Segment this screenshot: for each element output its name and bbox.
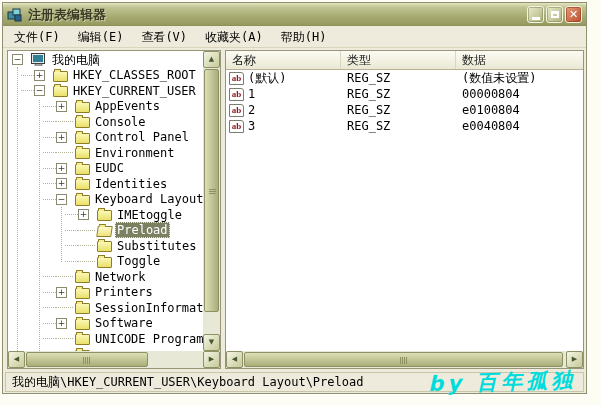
tree-vertical-scrollbar[interactable]: ▲ ▼: [203, 51, 220, 351]
values-list-pane: 名称类型数据 ab (默认) REG_SZ (数值未设置) ab 1 REG_S…: [225, 50, 584, 369]
tree-item-label[interactable]: Preload: [115, 222, 170, 238]
tree-item-label[interactable]: Identities: [93, 177, 169, 191]
expand-toggle-icon[interactable]: +: [56, 163, 67, 174]
collapse-toggle-icon[interactable]: −: [56, 194, 67, 205]
tree-item-label[interactable]: Environment: [93, 146, 176, 160]
value-type: REG_SZ: [341, 103, 456, 117]
column-header[interactable]: 类型: [341, 51, 456, 69]
tree-item-label[interactable]: AppEvents: [93, 99, 162, 113]
registry-value-row[interactable]: ab 3 REG_SZ e0040804: [226, 118, 583, 134]
tree-item-label[interactable]: 我的电脑: [50, 53, 102, 67]
tree-connector: [56, 114, 73, 130]
tree-item-label[interactable]: UNICODE Program Gro: [93, 332, 203, 346]
minimize-icon: [532, 17, 540, 20]
tree-connector: +: [78, 207, 95, 223]
folder-icon: [53, 86, 68, 97]
list-rows: ab (默认) REG_SZ (数值未设置) ab 1 REG_SZ 00000…: [226, 70, 583, 351]
folder-icon: [75, 288, 90, 299]
maximize-icon: [551, 11, 559, 18]
horizontal-scroll-thumb[interactable]: [26, 352, 148, 367]
tree-item[interactable]: + HKEY_CLASSES_ROOT: [8, 68, 203, 84]
tree-item-label[interactable]: Keyboard Layout: [93, 192, 203, 206]
expand-toggle-icon[interactable]: +: [56, 287, 67, 298]
title-bar[interactable]: 注册表编辑器 ✕: [3, 3, 586, 26]
column-header[interactable]: 数据: [456, 51, 583, 69]
tree-item[interactable]: Preload: [8, 223, 203, 239]
maximize-button[interactable]: [546, 6, 563, 23]
tree-item[interactable]: + Software: [8, 316, 203, 332]
tree-item[interactable]: Environment: [8, 145, 203, 161]
tree-horizontal-scrollbar[interactable]: ◀ ▶: [8, 351, 220, 368]
tree-item[interactable]: + Identities: [8, 176, 203, 192]
value-name: 3: [248, 119, 255, 133]
list-horizontal-scrollbar[interactable]: ◀ ▶: [226, 351, 583, 368]
folder-icon: [75, 164, 90, 175]
tree-item[interactable]: − 我的电脑: [8, 52, 203, 68]
expand-toggle-icon[interactable]: +: [56, 132, 67, 143]
tree-item-label[interactable]: Toggle: [115, 254, 162, 268]
menu-item[interactable]: 收藏夹(A): [196, 27, 272, 47]
tree-item[interactable]: UNICODE Program Gro: [8, 331, 203, 347]
close-button[interactable]: ✕: [565, 6, 582, 23]
tree-item[interactable]: + AppEvents: [8, 99, 203, 115]
expand-toggle-icon[interactable]: +: [56, 178, 67, 189]
value-name: (默认): [248, 70, 286, 87]
tree-item[interactable]: SessionInformation: [8, 300, 203, 316]
value-data: 00000804: [456, 87, 583, 101]
menu-item[interactable]: 文件(F): [5, 27, 69, 47]
tree-item[interactable]: Toggle: [8, 254, 203, 270]
string-value-icon: ab: [229, 120, 244, 133]
expand-toggle-icon[interactable]: +: [78, 209, 89, 220]
scroll-down-button[interactable]: ▼: [203, 334, 220, 351]
tree-item-label[interactable]: IMEtoggle: [115, 208, 184, 222]
menu-item[interactable]: 编辑(E): [69, 27, 133, 47]
tree-item-label[interactable]: SessionInformation: [93, 301, 203, 315]
expand-toggle-icon[interactable]: +: [56, 318, 67, 329]
tree-connector-line: [78, 261, 95, 262]
torn-paper-effect: 注册表编辑器 ✕ 文件(F)编辑(E)查看(V)收藏夹(A)帮助(H) −: [0, 0, 601, 405]
expand-toggle-icon[interactable]: +: [34, 70, 45, 81]
folder-icon: [75, 179, 90, 190]
tree-connector: +: [56, 285, 73, 301]
tree-item-label[interactable]: Network: [93, 270, 148, 284]
tree-connector: +: [56, 316, 73, 332]
tree-connector: −: [34, 83, 51, 99]
my-computer-icon: [31, 53, 47, 66]
registry-value-row[interactable]: ab (默认) REG_SZ (数值未设置): [226, 70, 583, 86]
tree-item-label[interactable]: Substitutes: [115, 239, 198, 253]
tree-item-label[interactable]: Printers: [93, 285, 155, 299]
tree-item-label[interactable]: Control Panel: [93, 130, 191, 144]
tree-item[interactable]: Substitutes: [8, 238, 203, 254]
registry-value-row[interactable]: ab 2 REG_SZ e0100804: [226, 102, 583, 118]
scroll-up-button[interactable]: ▲: [203, 51, 220, 68]
tree-item-label[interactable]: HKEY_CURRENT_USER: [71, 84, 198, 98]
registry-value-row[interactable]: ab 1 REG_SZ 00000804: [226, 86, 583, 102]
tree-connector: [78, 238, 95, 254]
tree-item[interactable]: + EUDC: [8, 161, 203, 177]
collapse-toggle-icon[interactable]: −: [12, 54, 23, 65]
tree-item[interactable]: + IMEtoggle: [8, 207, 203, 223]
scroll-left-button[interactable]: ◀: [226, 351, 243, 368]
tree-item-label[interactable]: EUDC: [93, 161, 126, 175]
expand-toggle-icon[interactable]: +: [56, 101, 67, 112]
scroll-left-button[interactable]: ◀: [8, 351, 25, 368]
tree-connector: [56, 145, 73, 161]
tree-item-label[interactable]: Software: [93, 316, 155, 330]
tree-item[interactable]: − Keyboard Layout: [8, 192, 203, 208]
menu-item[interactable]: 查看(V): [132, 27, 196, 47]
tree-item[interactable]: + Printers: [8, 285, 203, 301]
horizontal-scroll-thumb[interactable]: [244, 352, 563, 367]
column-header[interactable]: 名称: [226, 51, 341, 69]
tree-item[interactable]: − HKEY_CURRENT_USER: [8, 83, 203, 99]
tree-item-label[interactable]: Console: [93, 115, 148, 129]
tree-item-label[interactable]: HKEY_CLASSES_ROOT: [71, 68, 198, 82]
scroll-right-button[interactable]: ▶: [203, 351, 220, 368]
status-path: 我的电脑\HKEY_CURRENT_USER\Keyboard Layout\P…: [12, 375, 363, 389]
tree-item[interactable]: Network: [8, 269, 203, 285]
minimize-button[interactable]: [527, 6, 544, 23]
tree-item[interactable]: Console: [8, 114, 203, 130]
menu-item[interactable]: 帮助(H): [272, 27, 336, 47]
tree-item[interactable]: + Control Panel: [8, 130, 203, 146]
collapse-toggle-icon[interactable]: −: [34, 85, 45, 96]
vertical-scroll-thumb[interactable]: [204, 69, 219, 312]
